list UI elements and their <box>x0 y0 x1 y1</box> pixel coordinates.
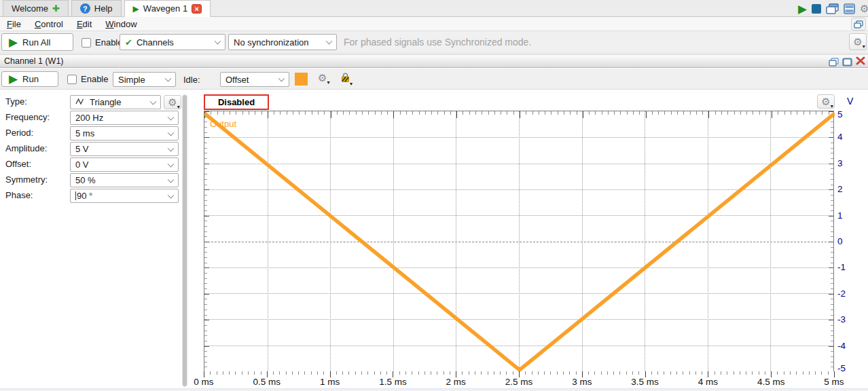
phase-input[interactable]: 90 ° <box>70 189 179 203</box>
y-tick-label: 1 <box>837 210 843 220</box>
channels-dropdown[interactable]: ✔ Channels <box>120 34 225 50</box>
chevron-down-icon <box>278 75 285 82</box>
x-axis-tick-labels: 0 ms 0.5 ms 1 ms 1.5 ms 2 ms 2.5 ms 3 ms… <box>204 377 834 388</box>
type-settings-gear-button[interactable]: ⚙▾ <box>164 95 181 109</box>
symmetry-value: 50 % <box>75 175 96 185</box>
type-label: Type: <box>5 96 27 107</box>
channel-1-header[interactable]: Channel 1 (W1) <box>0 54 868 68</box>
channel-color-swatch[interactable] <box>295 73 308 86</box>
type-value: Triangle <box>90 97 121 107</box>
y-tick-label: 3 <box>837 157 843 168</box>
tab-welcome-label: Welcome <box>12 3 48 14</box>
x-tick-label: 2.5 ms <box>495 377 543 387</box>
options-gear-icon[interactable]: ⚙ <box>860 3 868 14</box>
phase-label: Phase: <box>5 190 33 200</box>
menu-window[interactable]: Window <box>98 19 143 29</box>
lock-icon[interactable]: ▾ <box>341 73 350 85</box>
y-tick-label: 4 <box>837 132 843 142</box>
tab-help[interactable]: ? Help <box>71 0 122 16</box>
tile-windows-icon[interactable] <box>844 3 855 14</box>
run-all-label: Run All <box>22 37 50 48</box>
chevron-down-icon <box>168 176 175 183</box>
tab-welcome[interactable]: Welcome ✚ <box>3 0 69 16</box>
chevron-down-icon <box>326 38 333 45</box>
waveform-plot[interactable]: Output <box>204 111 834 371</box>
window-bottom-edge <box>0 388 868 391</box>
menu-edit[interactable]: Edit <box>70 19 98 29</box>
plot-options-gear-button[interactable]: ⚙▾ <box>817 94 835 109</box>
waveform-canvas <box>204 111 835 372</box>
y-tick-label: -3 <box>837 314 846 324</box>
synchronization-dropdown[interactable]: No synchronization <box>228 34 337 50</box>
maximize-panel-icon[interactable] <box>842 58 852 67</box>
add-workspace-icon[interactable]: ✚ <box>52 3 60 14</box>
close-channel-icon[interactable] <box>856 56 865 67</box>
x-tick-label: 3 ms <box>558 377 606 387</box>
help-icon: ? <box>80 3 90 14</box>
tab-help-label: Help <box>94 3 113 14</box>
wavegen-options-gear-button[interactable]: ⚙▾ <box>849 33 867 50</box>
close-tab-icon[interactable]: × <box>192 4 202 14</box>
run-all-icon[interactable]: ▶ <box>798 2 807 16</box>
waveform-line <box>204 113 835 370</box>
generator-mode-value: Simple <box>118 75 145 85</box>
x-tick-label: 0.5 ms <box>243 377 291 387</box>
generator-mode-dropdown[interactable]: Simple <box>113 72 176 87</box>
type-dropdown[interactable]: Triangle <box>70 95 161 109</box>
run-label: Run <box>22 74 39 84</box>
x-tick-label: 4.5 ms <box>747 377 795 387</box>
run-all-button[interactable]: ▶ Run All <box>1 33 73 51</box>
play-icon: ▶ <box>9 35 18 50</box>
y-tick-label: 5 <box>837 109 843 119</box>
channel-1-toolbar: ▶ Run Enable Simple Idle: Offset ⚙▾ ▾ <box>0 69 868 90</box>
chevron-down-icon <box>168 160 175 167</box>
text-caret <box>75 191 76 200</box>
enable-channel-checkbox[interactable] <box>67 75 77 84</box>
channel-window-controls <box>829 56 865 67</box>
enable-all-group: Enable <box>82 37 122 48</box>
idle-dropdown[interactable]: Offset <box>220 72 289 87</box>
symmetry-dropdown[interactable]: 50 % <box>70 173 179 187</box>
run-channel-button[interactable]: ▶ Run <box>1 71 58 87</box>
amplitude-dropdown[interactable]: 5 V <box>70 142 179 156</box>
offset-dropdown[interactable]: 0 V <box>70 157 179 172</box>
y-tick-label: 0 <box>837 236 843 246</box>
status-badge-disabled: Disabled <box>204 94 269 110</box>
chevron-down-icon <box>168 191 175 198</box>
period-dropdown[interactable]: 5 ms <box>70 126 179 141</box>
channels-value: Channels <box>137 37 174 48</box>
sync-hint-text: For phased signals use Synchronized mode… <box>344 31 531 53</box>
play-icon: ▶ <box>9 72 18 86</box>
workspace-tab-bar: Welcome ✚ ? Help ▶ Wavegen 1 × ▶ <box>0 0 868 17</box>
y-tick-label: -2 <box>837 288 846 298</box>
chevron-down-icon <box>168 113 175 120</box>
menu-bar: File Control Edit Window <box>0 17 868 31</box>
enable-all-checkbox[interactable] <box>82 38 91 48</box>
synchronization-value: No synchronization <box>234 37 309 48</box>
triangle-wave-icon <box>75 97 86 107</box>
menu-control[interactable]: Control <box>28 19 70 29</box>
menu-file[interactable]: File <box>0 19 28 29</box>
offset-value: 0 V <box>75 160 89 170</box>
chevron-down-icon <box>168 129 175 136</box>
idle-value: Offset <box>225 75 249 85</box>
chevron-down-icon <box>168 145 175 151</box>
channel-settings-gear-icon[interactable]: ⚙▾ <box>318 73 327 83</box>
y-tick-label: -4 <box>837 340 846 350</box>
x-tick-label: 5 ms <box>810 377 858 387</box>
y-tick-label: -1 <box>837 262 846 272</box>
enable-channel-label: Enable <box>81 74 108 84</box>
x-tick-label: 0 ms <box>180 377 228 387</box>
cascade-windows-icon[interactable] <box>826 3 839 14</box>
panel-scrollbar-thumb[interactable] <box>183 95 187 386</box>
stop-all-icon[interactable] <box>812 4 821 14</box>
frequency-label: Frequency: <box>5 112 50 122</box>
float-panel-icon[interactable] <box>829 58 839 67</box>
panel-scrollbar[interactable] <box>182 94 187 387</box>
restore-window-icon[interactable] <box>851 18 866 31</box>
enable-all-label: Enable <box>95 37 122 48</box>
frequency-dropdown[interactable]: 200 Hz <box>70 111 179 125</box>
y-tick-label: 2 <box>837 184 843 194</box>
tab-wavegen-1[interactable]: ▶ Wavegen 1 × <box>124 0 211 17</box>
chevron-down-icon <box>215 38 221 45</box>
